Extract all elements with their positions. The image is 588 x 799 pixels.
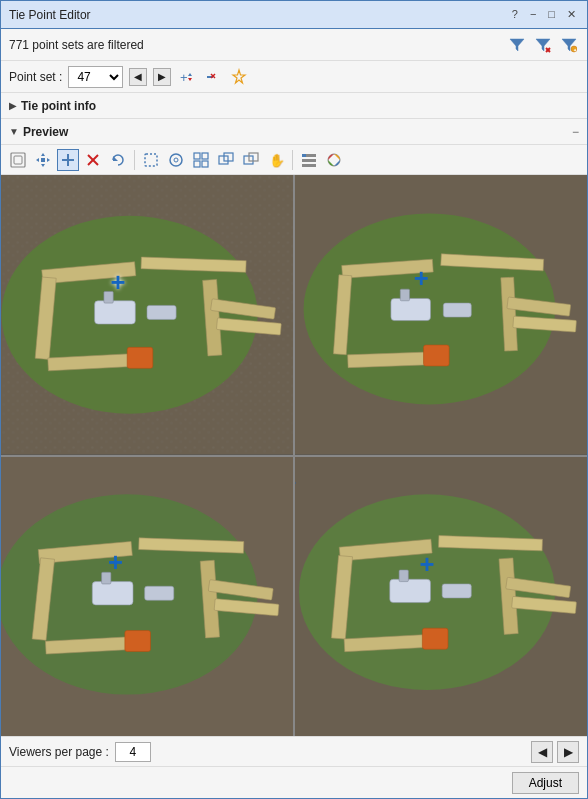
svg-rect-40 bbox=[302, 164, 316, 167]
main-window: Tie Point Editor ? − □ ✕ 771 point sets … bbox=[0, 0, 588, 799]
add-point-icon[interactable]: + bbox=[177, 67, 197, 87]
image-cell-3[interactable]: + 3 bbox=[295, 175, 587, 455]
svg-rect-100 bbox=[399, 569, 408, 581]
close-button[interactable]: ✕ bbox=[564, 8, 579, 21]
svg-rect-70 bbox=[400, 289, 409, 301]
help-button[interactable]: ? bbox=[509, 8, 521, 21]
svg-rect-101 bbox=[442, 583, 471, 597]
circle-select-button[interactable] bbox=[165, 149, 187, 171]
rect-select-button[interactable] bbox=[140, 149, 162, 171]
preview-title: Preview bbox=[23, 125, 68, 139]
svg-rect-68 bbox=[424, 345, 450, 366]
svg-text:+: + bbox=[420, 550, 435, 578]
remove-tie-point-button[interactable] bbox=[82, 149, 104, 171]
svg-marker-25 bbox=[113, 156, 118, 161]
svg-text:+: + bbox=[414, 264, 429, 292]
image-scene-2: + 2 bbox=[1, 457, 293, 737]
svg-rect-71 bbox=[443, 303, 471, 317]
window-controls: ? − □ ✕ bbox=[509, 8, 579, 21]
svg-marker-8 bbox=[188, 73, 192, 76]
viewers-per-page-label: Viewers per page : bbox=[9, 745, 109, 759]
preview-arrow: ▼ bbox=[9, 126, 19, 137]
undo-button[interactable] bbox=[107, 149, 129, 171]
images-grid: + 1 bbox=[1, 175, 587, 736]
image-cell-1[interactable]: + 1 bbox=[1, 175, 293, 455]
tie-point-info-title: Tie point info bbox=[21, 99, 96, 113]
svg-marker-13 bbox=[233, 70, 245, 83]
svg-rect-39 bbox=[302, 159, 316, 162]
pan-button[interactable]: ✋ bbox=[265, 149, 287, 171]
filter-remove-icon[interactable] bbox=[533, 35, 553, 55]
filter-options-icon[interactable]: ✦ bbox=[559, 35, 579, 55]
svg-rect-31 bbox=[194, 161, 200, 167]
svg-marker-18 bbox=[36, 158, 39, 162]
zoom-in-button[interactable] bbox=[215, 149, 237, 171]
svg-marker-17 bbox=[41, 164, 45, 167]
view-options-button[interactable] bbox=[298, 149, 320, 171]
image-scene-1: + 1 bbox=[1, 175, 293, 455]
svg-rect-29 bbox=[194, 153, 200, 159]
svg-marker-9 bbox=[188, 78, 192, 81]
viewers-per-page-input[interactable] bbox=[115, 742, 151, 762]
next-point-set-button[interactable]: ▶ bbox=[153, 68, 171, 86]
svg-rect-98 bbox=[422, 628, 448, 649]
svg-rect-83 bbox=[125, 630, 151, 651]
svg-text:+: + bbox=[180, 70, 188, 85]
image-scene-4: + 4 bbox=[295, 457, 587, 737]
svg-text:✋: ✋ bbox=[269, 152, 284, 168]
filter-info-text: 771 point sets are filtered bbox=[9, 38, 501, 52]
svg-rect-84 bbox=[92, 581, 133, 604]
svg-point-27 bbox=[170, 154, 182, 166]
adjust-button[interactable]: Adjust bbox=[512, 772, 579, 794]
maximize-button[interactable]: □ bbox=[545, 8, 558, 21]
image-cell-2[interactable]: + 2 bbox=[1, 457, 293, 737]
svg-text:✦: ✦ bbox=[573, 46, 577, 52]
zoom-fit-button[interactable] bbox=[190, 149, 212, 171]
svg-rect-14 bbox=[11, 153, 25, 167]
image-scene-3: + 3 bbox=[295, 175, 587, 455]
prev-point-set-button[interactable]: ◀ bbox=[129, 68, 147, 86]
point-set-label: Point set : bbox=[9, 70, 62, 84]
svg-rect-41 bbox=[302, 154, 306, 157]
svg-text:+: + bbox=[108, 548, 123, 576]
filter-icon[interactable] bbox=[507, 35, 527, 55]
next-page-button[interactable]: ▶ bbox=[557, 741, 579, 763]
select-mode-button[interactable] bbox=[7, 149, 29, 171]
preview-toolbar: ✋ bbox=[1, 145, 587, 175]
svg-marker-16 bbox=[41, 153, 45, 156]
toolbar-separator-2 bbox=[292, 150, 293, 170]
tie-point-info-header[interactable]: ▶ Tie point info bbox=[1, 93, 587, 119]
prev-page-button[interactable]: ◀ bbox=[531, 741, 553, 763]
window-title: Tie Point Editor bbox=[9, 8, 91, 22]
special-point-icon[interactable] bbox=[229, 67, 249, 87]
svg-rect-15 bbox=[14, 156, 22, 164]
image-cell-4[interactable]: + 4 bbox=[295, 457, 587, 737]
move-mode-button[interactable] bbox=[32, 149, 54, 171]
svg-rect-30 bbox=[202, 153, 208, 159]
remove-point-icon[interactable] bbox=[203, 67, 223, 87]
svg-rect-86 bbox=[145, 586, 174, 600]
bottom-navigation: ◀ ▶ bbox=[531, 741, 579, 763]
svg-rect-52 bbox=[95, 301, 136, 324]
add-tie-point-button[interactable] bbox=[57, 149, 79, 171]
adjust-bar: Adjust bbox=[1, 766, 587, 798]
svg-marker-19 bbox=[47, 158, 50, 162]
svg-rect-32 bbox=[202, 161, 208, 167]
color-options-button[interactable] bbox=[323, 149, 345, 171]
svg-text:+: + bbox=[110, 268, 125, 296]
tie-point-arrow: ▶ bbox=[9, 100, 17, 111]
svg-point-28 bbox=[174, 158, 178, 162]
title-bar: Tie Point Editor ? − □ ✕ bbox=[1, 1, 587, 29]
minimize-button[interactable]: − bbox=[527, 8, 539, 21]
point-set-select[interactable]: 47 bbox=[68, 66, 123, 88]
svg-rect-51 bbox=[127, 347, 153, 368]
svg-marker-0 bbox=[510, 39, 524, 51]
zoom-out-button[interactable] bbox=[240, 149, 262, 171]
svg-rect-99 bbox=[390, 579, 431, 602]
svg-rect-69 bbox=[391, 298, 431, 320]
svg-rect-54 bbox=[147, 305, 176, 319]
preview-collapse-icon[interactable]: − bbox=[572, 125, 579, 139]
toolbar-separator-1 bbox=[134, 150, 135, 170]
preview-header: ▼ Preview − bbox=[1, 119, 587, 145]
filter-toolbar: 771 point sets are filtered ✦ bbox=[1, 29, 587, 61]
